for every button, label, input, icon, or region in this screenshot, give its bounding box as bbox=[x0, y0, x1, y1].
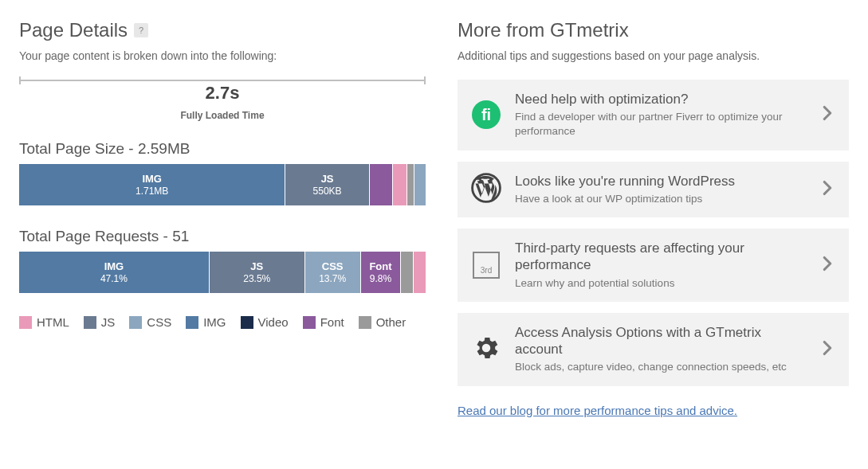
bar-segment-img[interactable]: IMG47.1% bbox=[19, 252, 209, 293]
bar-segment-label: CSS bbox=[322, 260, 344, 273]
legend-label: JS bbox=[101, 315, 116, 329]
more-subtitle: Additional tips and suggestions based on… bbox=[458, 49, 849, 62]
swatch-font bbox=[303, 316, 316, 329]
legend-label: IMG bbox=[203, 315, 226, 329]
bar-segment-label: JS bbox=[321, 173, 334, 186]
more-item-title: Third-party requests are affecting your … bbox=[515, 240, 809, 274]
bar-segment-other[interactable] bbox=[401, 252, 413, 293]
bar-segment-font[interactable]: Font9.8% bbox=[361, 252, 400, 293]
legend: HTML JS CSS IMG Video Font Other bbox=[19, 315, 426, 329]
bar-segment-value: 23.5% bbox=[243, 273, 270, 284]
bar-segment-css[interactable] bbox=[414, 164, 426, 205]
more-item-body: Third-party requests are affecting your … bbox=[515, 240, 809, 291]
legend-item-font: Font bbox=[303, 315, 344, 329]
bar-segment-js[interactable]: JS550KB bbox=[285, 164, 369, 205]
bar-segment-html[interactable] bbox=[393, 164, 407, 205]
page-requests-title: Total Page Requests - 51 bbox=[19, 228, 426, 245]
more-item-title: Looks like you're running WordPress bbox=[515, 173, 809, 190]
load-time-ruler: 2.7s bbox=[19, 80, 426, 104]
fiverr-icon: fi bbox=[472, 100, 501, 129]
legend-item-html: HTML bbox=[19, 315, 69, 329]
page-requests-bar: IMG47.1%JS23.5%CSS13.7%Font9.8% bbox=[19, 252, 426, 293]
swatch-img bbox=[186, 316, 198, 329]
more-item-title: Access Analysis Options with a GTmetrix … bbox=[515, 324, 809, 358]
page-details-subtitle: Your page content is broken down into th… bbox=[19, 49, 426, 62]
swatch-css bbox=[129, 316, 142, 329]
chevron-right-icon bbox=[822, 105, 836, 124]
help-icon[interactable]: ? bbox=[134, 23, 148, 37]
page-details-title: Page Details bbox=[19, 19, 128, 41]
wordpress-icon bbox=[471, 173, 501, 206]
bar-segment-label: JS bbox=[250, 260, 263, 273]
bar-segment-img[interactable]: IMG1.71MB bbox=[19, 164, 285, 205]
chevron-right-icon bbox=[822, 256, 836, 275]
legend-label: Font bbox=[320, 315, 344, 329]
more-title: More from GTmetrix bbox=[458, 19, 629, 41]
chevron-right-icon bbox=[822, 180, 836, 199]
more-from-gtmetrix-panel: More from GTmetrix Additional tips and s… bbox=[458, 19, 849, 418]
more-item-body: Need help with optimization?Find a devel… bbox=[515, 91, 809, 139]
bar-segment-other[interactable] bbox=[407, 164, 414, 205]
legend-item-img: IMG bbox=[186, 315, 226, 329]
swatch-html bbox=[19, 316, 32, 329]
ruler-line bbox=[19, 80, 426, 81]
bar-segment-label: IMG bbox=[104, 260, 124, 273]
more-heading: More from GTmetrix bbox=[458, 19, 849, 41]
chevron-right-icon bbox=[822, 340, 836, 359]
legend-item-other: Other bbox=[359, 315, 407, 329]
swatch-js bbox=[84, 316, 96, 329]
legend-label: CSS bbox=[147, 315, 171, 329]
swatch-other bbox=[359, 316, 371, 329]
bar-segment-html[interactable] bbox=[414, 252, 426, 293]
more-item-desc: Find a developer with our partner Fiverr… bbox=[515, 110, 809, 139]
legend-item-video: Video bbox=[241, 315, 289, 329]
page-size-title: Total Page Size - 2.59MB bbox=[19, 140, 426, 158]
more-item[interactable]: 3rdThird-party requests are affecting yo… bbox=[458, 229, 849, 302]
bar-segment-value: 9.8% bbox=[370, 273, 391, 284]
legend-label: HTML bbox=[37, 315, 69, 329]
blog-link[interactable]: Read our blog for more performance tips … bbox=[458, 404, 737, 417]
gear-icon bbox=[472, 334, 501, 365]
more-item-title: Need help with optimization? bbox=[515, 91, 809, 107]
legend-label: Other bbox=[376, 315, 407, 329]
bar-segment-label: Font bbox=[369, 260, 391, 273]
swatch-video bbox=[241, 316, 253, 329]
bar-segment-value: 550KB bbox=[313, 186, 342, 197]
bar-segment-value: 13.7% bbox=[319, 273, 346, 284]
load-time-label: Fully Loaded Time bbox=[19, 110, 426, 121]
page-size-bar: IMG1.71MBJS550KB bbox=[19, 164, 426, 205]
bar-segment-value: 47.1% bbox=[100, 273, 128, 284]
bar-segment-font[interactable] bbox=[370, 164, 392, 205]
more-item[interactable]: Access Analysis Options with a GTmetrix … bbox=[458, 313, 849, 386]
more-item-body: Looks like you're running WordPressHave … bbox=[515, 173, 809, 206]
bar-segment-label: IMG bbox=[142, 173, 162, 186]
more-item-desc: Block ads, capture video, change connect… bbox=[515, 360, 809, 374]
more-item[interactable]: Looks like you're running WordPressHave … bbox=[458, 162, 849, 217]
page-details-panel: Page Details ? Your page content is brok… bbox=[19, 19, 426, 418]
load-time-value: 2.7s bbox=[19, 81, 426, 104]
bar-segment-js[interactable]: JS23.5% bbox=[210, 252, 304, 293]
legend-label: Video bbox=[258, 315, 289, 329]
more-item[interactable]: fiNeed help with optimization?Find a dev… bbox=[458, 80, 849, 150]
more-item-body: Access Analysis Options with a GTmetrix … bbox=[515, 324, 809, 375]
bar-segment-value: 1.71MB bbox=[136, 186, 168, 197]
third-party-icon: 3rd bbox=[473, 252, 500, 279]
bar-segment-css[interactable]: CSS13.7% bbox=[305, 252, 360, 293]
more-item-desc: Learn why and potential solutions bbox=[515, 276, 809, 291]
more-item-desc: Have a look at our WP optimization tips bbox=[515, 192, 809, 206]
legend-item-js: JS bbox=[84, 315, 116, 329]
page-details-heading: Page Details ? bbox=[19, 19, 426, 41]
legend-item-css: CSS bbox=[129, 315, 171, 329]
